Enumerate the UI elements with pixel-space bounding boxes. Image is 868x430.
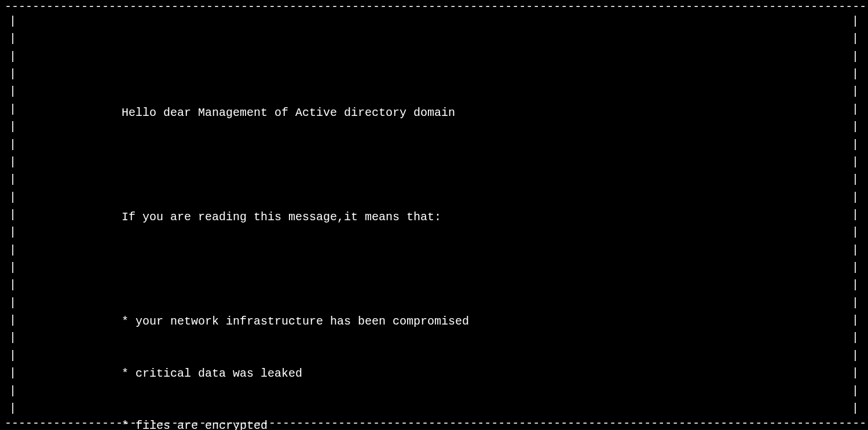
bullet-item: * critical data was leaked [23, 365, 845, 382]
ransom-note: Hello dear Management of Active director… [23, 17, 845, 413]
intro-line: If you are reading this message,it means… [23, 209, 845, 226]
border-top: ----------------------------------------… [0, 0, 868, 13]
bullet-item: * your network infrastructure has been c… [23, 313, 845, 330]
bullet-item: * files are encrypted [23, 417, 845, 430]
border-left: ||||||||||||||||||||||| [7, 13, 19, 417]
border-right: ||||||||||||||||||||||| [849, 13, 861, 417]
greeting: Hello dear Management of Active director… [23, 104, 845, 122]
